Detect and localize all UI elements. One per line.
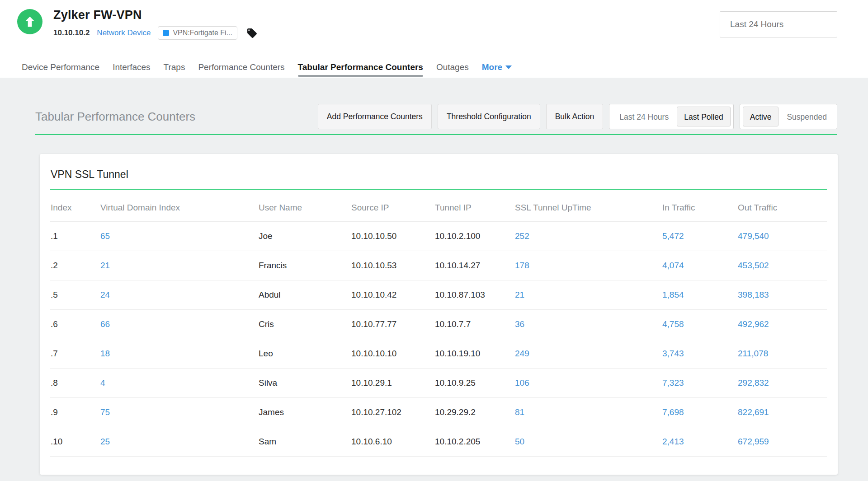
section-toolbar: Tabular Performance Counters Add Perform… <box>35 104 837 129</box>
device-status-up-icon <box>17 9 42 34</box>
user-name-cell: Francis <box>258 251 350 280</box>
uptime-link[interactable]: 50 <box>514 427 661 457</box>
uptime-link[interactable]: 36 <box>514 310 661 339</box>
source-ip-cell: 10.10.10.53 <box>350 251 434 280</box>
tunnel-ip-cell: 10.10.9.25 <box>434 369 514 398</box>
in-traffic-link[interactable]: 4,074 <box>661 251 737 280</box>
toggle-last-24-hours[interactable]: Last 24 Hours <box>612 107 676 126</box>
toggle-last-polled[interactable]: Last Polled <box>677 107 731 126</box>
vdi-link[interactable]: 25 <box>99 427 258 457</box>
user-name-cell: Cris <box>258 310 350 339</box>
out-traffic-link[interactable]: 672,959 <box>737 427 827 457</box>
out-traffic-link[interactable]: 492,962 <box>737 310 827 339</box>
time-mode-toggle: Last 24 Hours Last Polled <box>609 104 734 129</box>
in-traffic-link[interactable]: 3,743 <box>661 339 737 369</box>
uptime-link[interactable]: 178 <box>514 251 661 280</box>
section-divider <box>35 134 837 135</box>
uptime-link[interactable]: 106 <box>514 369 661 398</box>
user-name-cell: James <box>258 398 350 427</box>
tunnel-ip-cell: 10.10.19.10 <box>434 339 514 369</box>
tab-interfaces[interactable]: Interfaces <box>113 62 150 72</box>
uptime-link[interactable]: 81 <box>514 398 661 427</box>
out-traffic-link[interactable]: 822,691 <box>737 398 827 427</box>
vdi-link[interactable]: 66 <box>99 310 258 339</box>
toggle-active[interactable]: Active <box>743 107 779 126</box>
in-traffic-link[interactable]: 7,323 <box>661 369 737 398</box>
tag-color-square-icon <box>163 30 169 36</box>
table-row: .10 25 Sam 10.10.6.10 10.10.2.205 50 2,4… <box>50 427 827 457</box>
vdi-link[interactable]: 21 <box>99 251 258 280</box>
status-filter-toggle: Active Suspended <box>740 104 837 129</box>
vpn-ssl-tunnel-card: VPN SSL Tunnel Index Virtual Domain Inde… <box>40 154 838 475</box>
vpn-ssl-tunnel-table: Index Virtual Domain Index User Name Sou… <box>50 190 827 457</box>
index-cell: .9 <box>50 398 99 427</box>
table-header-row: Index Virtual Domain Index User Name Sou… <box>50 190 827 222</box>
source-ip-cell: 10.10.27.102 <box>350 398 434 427</box>
threshold-configuration-button[interactable]: Threshold Configuration <box>438 104 540 129</box>
source-ip-cell: 10.10.10.50 <box>350 222 434 251</box>
user-name-cell: Silva <box>258 369 350 398</box>
col-header-virtual-domain-index: Virtual Domain Index <box>99 190 258 222</box>
add-performance-counters-button[interactable]: Add Performance Counters <box>318 104 432 129</box>
tag-chip-label: VPN:Fortigate Fi... <box>173 29 232 37</box>
out-traffic-link[interactable]: 398,183 <box>737 280 827 310</box>
tab-traps[interactable]: Traps <box>164 62 185 72</box>
out-traffic-link[interactable]: 292,832 <box>737 369 827 398</box>
up-arrow-icon <box>23 15 37 28</box>
in-traffic-link[interactable]: 2,413 <box>661 427 737 457</box>
tunnel-ip-cell: 10.10.2.100 <box>434 222 514 251</box>
source-ip-cell: 10.10.29.1 <box>350 369 434 398</box>
tab-tabular-performance-counters[interactable]: Tabular Performance Counters <box>298 62 423 72</box>
source-ip-cell: 10.10.10.42 <box>350 280 434 310</box>
tunnel-ip-cell: 10.29.29.2 <box>434 398 514 427</box>
in-traffic-link[interactable]: 5,472 <box>661 222 737 251</box>
uptime-link[interactable]: 21 <box>514 280 661 310</box>
user-name-cell: Joe <box>258 222 350 251</box>
tag-icon[interactable] <box>246 28 258 39</box>
device-header: Zylker FW-VPN 10.10.10.2 Network Device … <box>0 0 868 78</box>
vdi-link[interactable]: 75 <box>99 398 258 427</box>
index-cell: .7 <box>50 339 99 369</box>
col-header-tunnel-ip: Tunnel IP <box>434 190 514 222</box>
user-name-cell: Sam <box>258 427 350 457</box>
vdi-link[interactable]: 65 <box>99 222 258 251</box>
in-traffic-link[interactable]: 1,854 <box>661 280 737 310</box>
out-traffic-link[interactable]: 453,502 <box>737 251 827 280</box>
col-header-source-ip: Source IP <box>350 190 434 222</box>
tab-more-menu[interactable]: More <box>482 62 512 72</box>
in-traffic-link[interactable]: 4,758 <box>661 310 737 339</box>
vdi-link[interactable]: 4 <box>99 369 258 398</box>
device-tag-chip[interactable]: VPN:Fortigate Fi... <box>158 26 237 40</box>
out-traffic-link[interactable]: 211,078 <box>737 339 827 369</box>
table-row: .6 66 Cris 10.10.77.77 10.10.7.7 36 4,75… <box>50 310 827 339</box>
table-row: .5 24 Abdul 10.10.10.42 10.10.87.103 21 … <box>50 280 827 310</box>
global-time-range-selector[interactable]: Last 24 Hours <box>720 11 837 37</box>
index-cell: .2 <box>50 251 99 280</box>
tunnel-ip-cell: 10.10.14.27 <box>434 251 514 280</box>
bulk-action-button[interactable]: Bulk Action <box>546 104 604 129</box>
tunnel-ip-cell: 10.10.7.7 <box>434 310 514 339</box>
index-cell: .8 <box>50 369 99 398</box>
table-row: .2 21 Francis 10.10.10.53 10.10.14.27 17… <box>50 251 827 280</box>
user-name-cell: Abdul <box>258 280 350 310</box>
in-traffic-link[interactable]: 7,698 <box>661 398 737 427</box>
table-row: .1 65 Joe 10.10.10.50 10.10.2.100 252 5,… <box>50 222 827 251</box>
table-row: .9 75 James 10.10.27.102 10.29.29.2 81 7… <box>50 398 827 427</box>
device-type-link[interactable]: Network Device <box>97 28 151 37</box>
col-header-user-name: User Name <box>258 190 350 222</box>
col-header-index: Index <box>50 190 99 222</box>
source-ip-cell: 10.10.10.10 <box>350 339 434 369</box>
tab-device-performance[interactable]: Device Performance <box>22 62 99 72</box>
tab-performance-counters[interactable]: Performance Counters <box>198 62 284 72</box>
col-header-out-traffic: Out Traffic <box>737 190 827 222</box>
toggle-suspended[interactable]: Suspended <box>779 107 834 126</box>
source-ip-cell: 10.10.6.10 <box>350 427 434 457</box>
table-row: .8 4 Silva 10.10.29.1 10.10.9.25 106 7,3… <box>50 369 827 398</box>
vdi-link[interactable]: 18 <box>99 339 258 369</box>
vdi-link[interactable]: 24 <box>99 280 258 310</box>
card-title: VPN SSL Tunnel <box>51 168 827 181</box>
uptime-link[interactable]: 249 <box>514 339 661 369</box>
uptime-link[interactable]: 252 <box>514 222 661 251</box>
out-traffic-link[interactable]: 479,540 <box>737 222 827 251</box>
tab-outages[interactable]: Outages <box>436 62 469 72</box>
